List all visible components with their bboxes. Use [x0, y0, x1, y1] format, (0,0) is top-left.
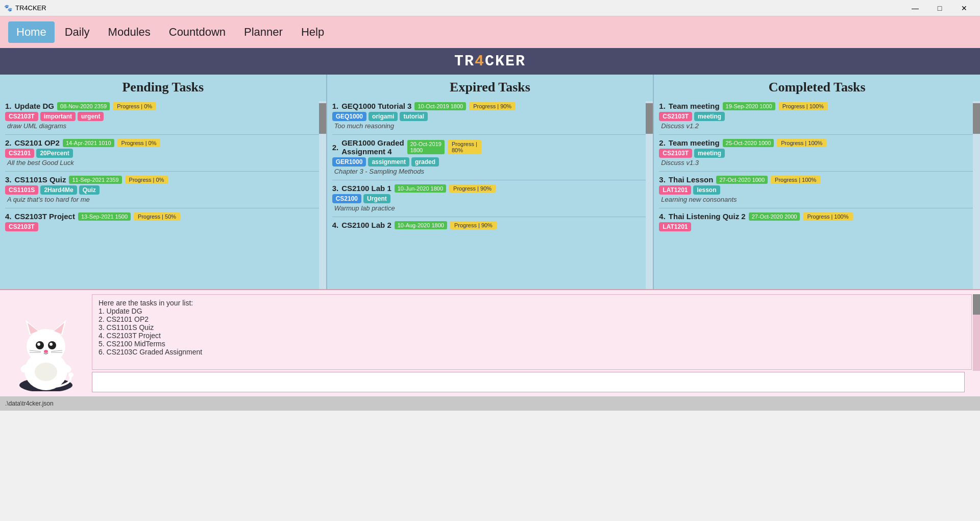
title-bar-label: TR4CKER — [15, 4, 46, 12]
progress-badge: Progress | 100% — [777, 139, 826, 147]
tag: meeting — [694, 149, 725, 158]
menu-help[interactable]: Help — [293, 21, 332, 43]
status-bar: .\data\tr4cker.json — [0, 396, 980, 411]
chat-item-6: 6. CS2103C Graded Assignment — [99, 348, 965, 356]
minimize-button[interactable]: — — [903, 0, 927, 16]
task-name: CS1101S Quiz — [15, 175, 66, 184]
task-number: 3. — [659, 175, 666, 184]
tag: CS2103T — [659, 112, 692, 121]
menu-bar: Home Daily Modules Countdown Planner Hel… — [0, 16, 980, 48]
menu-modules[interactable]: Modules — [100, 21, 159, 43]
tag: assignment — [368, 157, 409, 167]
progress-badge: Progress | 90% — [469, 102, 516, 110]
date-badge: 08-Nov-2020 2359 — [57, 102, 110, 110]
chat-item-4: 4. CS2103T Project — [99, 331, 965, 340]
task-number: 1. — [659, 102, 666, 110]
pending-body: 1. Update DG 08-Nov-2020 2359 Progress |… — [0, 98, 326, 286]
task-number: 4. — [332, 221, 339, 229]
pending-task-1: 1. Update DG 08-Nov-2020 2359 Progress |… — [5, 100, 321, 131]
tag: graded — [411, 157, 439, 167]
date-badge: 19-Sep-2020 1000 — [723, 102, 775, 110]
menu-countdown[interactable]: Countdown — [161, 21, 234, 43]
app-title: TR4CKER — [454, 53, 526, 70]
tag: CS2103T — [5, 222, 38, 231]
completed-task-4: 4. Thai Listening Quiz 2 27-Oct-2020 200… — [659, 210, 975, 234]
tag: Urgent — [363, 194, 390, 203]
task-number: 4. — [659, 212, 666, 221]
chat-scrollbar[interactable] — [973, 294, 980, 371]
title-bar: 🐾 TR4CKER — □ ✕ — [0, 0, 980, 16]
progress-badge: Progress | 100% — [771, 176, 820, 184]
date-badge: 10-Jun-2020 1800 — [395, 184, 446, 193]
progress-badge: Progress | 0% — [117, 139, 161, 147]
completed-column: Completed Tasks 1. Team meeting 19-Sep-2… — [654, 75, 980, 289]
menu-daily[interactable]: Daily — [57, 21, 98, 43]
tag: lesson — [693, 185, 720, 195]
svg-point-10 — [37, 343, 40, 346]
date-badge: 14-Apr-2021 1010 — [63, 139, 114, 147]
tag: LAT1201 — [659, 185, 691, 195]
tag: GER1000 — [332, 157, 366, 167]
svg-point-12 — [44, 350, 48, 353]
chat-scrollbar-thumb — [973, 294, 980, 315]
expired-task-4: 4. CS2100 Lab 2 10-Aug-2020 1800 Progres… — [332, 219, 648, 232]
tag: CS1101S — [5, 185, 38, 195]
task-desc: draw UML diagrams — [7, 122, 321, 130]
svg-point-17 — [35, 363, 57, 381]
task-name: CS2103T Project — [15, 212, 75, 221]
chat-area: Here are the tasks in your list: 1. Upda… — [92, 290, 980, 396]
svg-point-3 — [27, 329, 65, 364]
progress-badge: Progress | 100% — [778, 102, 828, 110]
task-desc: Chapter 3 - Sampling Methods — [334, 168, 648, 175]
progress-badge: Progress |80% — [448, 140, 481, 154]
status-path: .\data\tr4cker.json — [5, 400, 54, 407]
chat-output: Here are the tasks in your list: 1. Upda… — [92, 294, 972, 370]
task-name: GEQ1000 Tutorial 3 — [341, 102, 411, 110]
completed-task-1: 1. Team meeting 19-Sep-2020 1000 Progres… — [659, 100, 975, 131]
task-name: Team meeting — [669, 102, 720, 110]
progress-badge: Progress | 90% — [450, 221, 497, 229]
task-name: Team meeting — [669, 138, 720, 147]
tag: 20Percent — [36, 149, 72, 158]
chat-item-2: 2. CS2101 OP2 — [99, 315, 965, 323]
task-number: 3. — [332, 184, 339, 193]
date-badge: 25-Oct-2020 1000 — [723, 139, 774, 147]
app-title-bar: TR4CKER — [0, 48, 980, 75]
menu-home[interactable]: Home — [8, 21, 55, 43]
task-number: 3. — [5, 175, 12, 184]
chat-item-3: 3. CS1101S Quiz — [99, 323, 965, 331]
chat-input[interactable] — [92, 372, 965, 392]
chat-item-5: 5. CS2100 MidTerms — [99, 340, 965, 348]
expired-body: 1. GEQ1000 Tutorial 3 10-Oct-2019 1800 P… — [327, 98, 653, 286]
date-badge: 27-Oct-2020 1000 — [716, 176, 768, 184]
task-name: Thai Listening Quiz 2 — [669, 212, 746, 221]
maximize-button[interactable]: □ — [928, 0, 951, 16]
pending-header: Pending Tasks — [0, 75, 326, 98]
completed-header: Completed Tasks — [654, 75, 980, 98]
task-number: 1. — [5, 102, 12, 110]
close-button[interactable]: ✕ — [952, 0, 976, 16]
bottom-section: Here are the tasks in your list: 1. Upda… — [0, 289, 980, 396]
expired-task-3: 3. CS2100 Lab 1 10-Jun-2020 1800 Progres… — [332, 182, 648, 214]
pending-task-4: 4. CS2103T Project 13-Sep-2021 1500 Prog… — [5, 210, 321, 234]
task-desc: Learning new consonants — [661, 196, 975, 203]
tag: CS2103T — [659, 149, 692, 158]
tag: 2Hard4Me — [40, 185, 77, 195]
task-number: 2. — [659, 138, 666, 147]
menu-planner[interactable]: Planner — [236, 21, 291, 43]
mascot-icon — [10, 310, 82, 391]
date-badge: 20-Oct-20191800 — [407, 140, 445, 154]
chat-item-1: 1. Update DG — [99, 307, 965, 315]
completed-body: 1. Team meeting 19-Sep-2020 1000 Progres… — [654, 98, 980, 286]
progress-badge: Progress | 90% — [449, 184, 496, 193]
tag: GEQ1000 — [332, 112, 366, 121]
task-name: Update DG — [15, 102, 55, 110]
tag: meeting — [694, 112, 725, 121]
expired-header: Expired Tasks — [327, 75, 653, 98]
date-badge: 10-Aug-2020 1800 — [395, 221, 447, 229]
task-desc: A quiz that's too hard for me — [7, 196, 321, 203]
svg-point-1 — [68, 372, 74, 377]
app-icon: 🐾 — [4, 4, 12, 12]
progress-badge: Progress | 50% — [134, 212, 180, 221]
completed-task-2: 2. Team meeting 25-Oct-2020 1000 Progres… — [659, 137, 975, 168]
